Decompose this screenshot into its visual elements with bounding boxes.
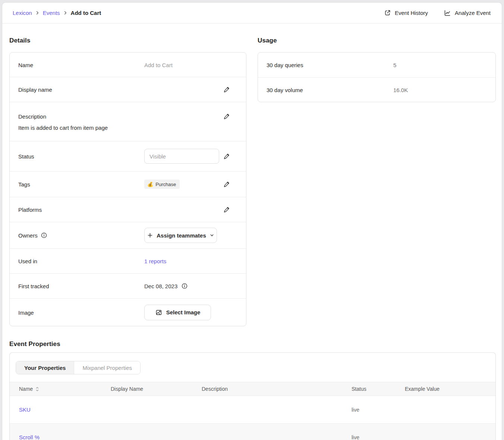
used-in-label: Used in [18,258,37,264]
first-tracked-value: Dec 08, 2023 [144,283,177,289]
chevron-right-icon [35,11,40,15]
analyze-event-button[interactable]: Analyze Event [444,9,491,17]
edit-tags-button[interactable] [222,180,231,189]
topbar-actions: Event History Analyze Event [384,9,491,17]
edit-platforms-button[interactable] [222,205,231,214]
column-header-description: Description [202,386,352,392]
breadcrumb-current-event: Add to Cart [71,10,101,16]
tab-your-properties[interactable]: Your Properties [16,361,74,374]
property-link-sku[interactable]: SKU [19,406,31,413]
property-status: live [352,407,405,413]
detail-row-tags: Tags 💰 Purchase [10,171,246,197]
info-icon[interactable] [41,232,47,239]
properties-tab-group: Your Properties Mixpanel Properties [16,361,141,374]
tag-chip-label: Purchase [155,182,176,187]
detail-row-description: Description Item is added to cart from i… [10,102,246,141]
breadcrumb: Lexicon Events Add to Cart [13,10,101,16]
sort-icon [35,387,39,392]
line-chart-icon [444,9,451,17]
owners-label: Owners [18,232,38,239]
info-icon[interactable] [181,283,188,289]
topbar: Lexicon Events Add to Cart Event Histo [2,3,502,23]
details-panel: Name Add to Cart Display name Descriptio… [9,52,246,326]
assign-teammates-label: Assign teammates [157,232,206,239]
external-link-icon [384,9,391,16]
usage-section: Usage 30 day queries 5 30 day volume 16.… [258,37,496,102]
description-label: Description [18,113,46,120]
usage-row-volume: 30 day volume 16.0K [258,77,495,102]
status-select[interactable]: Visible [144,149,219,164]
property-row-sku[interactable]: SKU live [10,396,495,424]
assign-teammates-button[interactable]: Assign teammates [144,228,217,243]
analyze-event-label: Analyze Event [455,10,491,16]
lexicon-event-detail-page: Lexicon Events Add to Cart Event Histo [2,2,502,440]
detail-row-first-tracked: First tracked Dec 08, 2023 [10,273,246,298]
first-tracked-label: First tracked [18,283,49,289]
detail-row-platforms: Platforms [10,197,246,222]
name-value: Add to Cart [144,62,173,68]
usage-volume-value: 16.0K [393,87,408,93]
edit-status-button[interactable] [222,152,231,161]
image-label: Image [18,309,34,315]
properties-table: Name Display Name Description Status Exa… [10,382,495,440]
property-row-scroll-percent[interactable]: Scroll % live [10,424,495,440]
event-properties-panel: Your Properties Mixpanel Properties Name… [9,352,496,440]
detail-row-name: Name Add to Cart [10,53,246,77]
usage-title: Usage [258,37,496,44]
edit-description-button[interactable] [222,112,231,121]
tags-label: Tags [18,181,30,188]
detail-row-used-in: Used in 1 reports [10,248,246,273]
status-value: Visible [149,153,166,160]
platforms-label: Platforms [18,207,42,213]
details-section: Details Name Add to Cart Display name De… [9,37,246,326]
usage-queries-label: 30 day queries [267,62,303,68]
event-history-button[interactable]: Event History [384,9,428,16]
column-header-status: Status [352,386,405,392]
chevron-right-icon [63,11,67,15]
money-bag-icon: 💰 [147,182,153,187]
select-image-button[interactable]: Select Image [144,305,211,320]
tag-chip-purchase[interactable]: 💰 Purchase [144,180,180,189]
usage-volume-label: 30 day volume [267,87,303,93]
breadcrumb-link-events[interactable]: Events [43,10,60,16]
details-title: Details [9,37,246,44]
usage-row-queries: 30 day queries 5 [258,53,495,77]
column-header-example-value: Example Value [405,386,495,392]
display-name-label: Display name [18,87,52,93]
event-history-label: Event History [395,10,428,16]
tab-mixpanel-properties[interactable]: Mixpanel Properties [74,361,140,374]
plus-icon [147,233,153,238]
detail-row-image: Image Select Image [10,298,246,326]
event-properties-section: Event Properties Your Properties Mixpane… [9,340,496,440]
usage-panel: 30 day queries 5 30 day volume 16.0K [258,52,496,102]
name-label: Name [18,62,33,68]
properties-table-header: Name Display Name Description Status Exa… [10,382,495,396]
breadcrumb-link-lexicon[interactable]: Lexicon [13,10,32,16]
event-properties-title: Event Properties [9,340,496,348]
property-link-scroll-percent[interactable]: Scroll % [19,434,40,440]
used-in-reports-link[interactable]: 1 reports [144,258,166,264]
property-status: live [352,434,405,440]
column-header-name-label: Name [19,386,33,392]
detail-row-owners: Owners Assign teammates [10,222,246,248]
column-header-name[interactable]: Name [19,386,111,392]
detail-row-status: Status Visible [10,141,246,171]
description-value: Item is added to cart from item page [18,125,108,131]
status-label: Status [18,153,34,160]
detail-row-display-name: Display name [10,77,246,102]
select-image-label: Select Image [166,309,201,315]
column-header-display-name: Display Name [111,386,202,392]
chevron-down-icon [210,233,214,238]
edit-display-name-button[interactable] [222,85,231,94]
image-icon [155,309,163,316]
usage-queries-value: 5 [393,62,396,68]
